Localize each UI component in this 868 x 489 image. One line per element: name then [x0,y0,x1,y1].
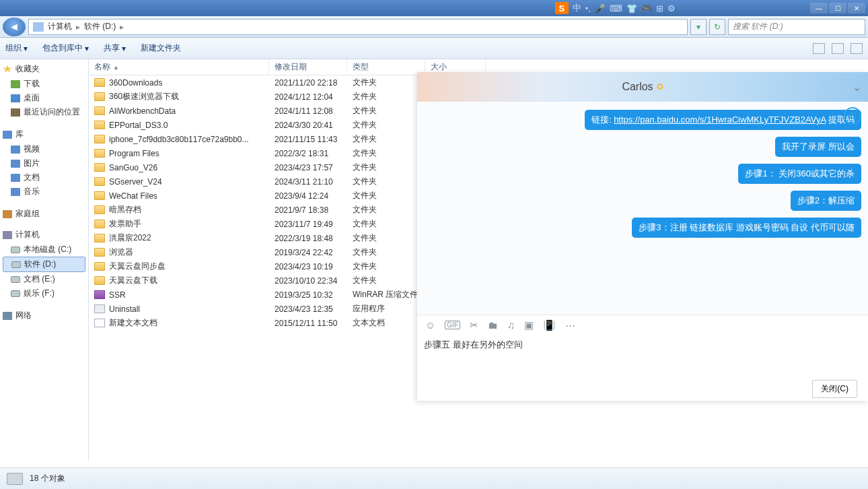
file-type: 应用程序 [347,303,425,315]
file-type: 文件夹 [347,247,425,258]
file-type: 文件夹 [347,218,425,230]
history-dropdown-button[interactable]: ▾ [690,19,707,35]
sidebar-libraries[interactable]: 库 [3,129,85,140]
more-icon[interactable]: ⋯ [565,319,575,331]
file-name: WeChat Files [109,191,157,201]
file-date: 2024/1/12 12:04 [269,92,347,102]
shake-icon[interactable]: 📳 [543,319,556,331]
file-name: iphone_7cf9ddb3c80b117ce72a9bb0... [109,135,249,144]
sidebar-music[interactable]: 音乐 [3,185,85,199]
sidebar-downloads[interactable]: 下载 [3,77,85,91]
breadcrumb[interactable]: 计算机 ▸ 软件 (D:) ▸ [28,19,688,35]
share-button[interactable]: 共享 ▾ [104,42,126,54]
chat-header[interactable]: Carlos ✪ ⌄ [417,72,868,102]
view-mode-button[interactable] [813,43,825,54]
sidebar-drive-d[interactable]: 软件 (D:) [3,257,85,272]
ime-lang[interactable]: 中 [573,2,581,14]
maximize-button[interactable]: ☐ [829,3,846,13]
ime-game-icon[interactable]: 🎮 [641,3,652,13]
new-folder-button[interactable]: 新建文件夹 [141,42,181,54]
scissors-icon[interactable]: ✂ [470,319,478,331]
sidebar-recent[interactable]: 最近访问的位置 [3,105,85,119]
rar-icon [94,290,105,299]
file-type: 文件夹 [347,162,425,173]
music-icon[interactable]: ♫ [507,319,515,331]
sidebar-desktop[interactable]: 桌面 [3,91,85,105]
chat-bubble: 步骤1： 关闭360或其它的杀 [738,164,861,184]
folder-icon [94,149,105,158]
nav-back-button[interactable]: ◄ [3,18,26,36]
emoji-icon[interactable]: ☺ [425,319,435,331]
refresh-button[interactable]: ↻ [709,19,725,35]
file-type: 文件夹 [347,77,425,88]
folder-icon [94,234,105,242]
folder-icon [94,163,105,172]
status-bar: 18 个对象 [0,467,868,489]
image-icon[interactable]: ▣ [524,319,534,331]
sidebar-homegroup[interactable]: 家庭组 [3,208,85,220]
close-button[interactable]: 关闭(C) [812,380,857,398]
folder-icon [94,248,105,257]
close-window-button[interactable]: ✕ [848,3,865,13]
chat-dropdown-icon[interactable]: ⌄ [853,81,861,94]
sidebar-drive-f[interactable]: 娱乐 (F:) [3,286,85,300]
drive-icon [33,22,44,32]
file-type: 文件夹 [347,204,425,216]
file-type: 文件夹 [347,148,425,159]
folder-icon [94,121,105,129]
sogou-ime-icon[interactable]: S [555,2,569,14]
ime-strip: S 中 •, 🎤 ⌨ 👕 🎮 ⊞ ⚙ [555,2,676,14]
sidebar-video[interactable]: 视频 [3,142,85,156]
drive-icon [11,247,20,253]
gif-icon[interactable]: GIF [445,321,460,329]
file-type: 文件夹 [347,275,425,286]
download-icon [11,80,20,88]
minimize-button[interactable]: — [810,3,828,13]
ime-punct-icon[interactable]: •, [585,3,591,13]
file-name: 天翼云盘同步盘 [109,261,166,272]
document-icon [11,174,20,182]
file-name: 浏览器 [109,247,133,258]
ime-grid-icon[interactable]: ⊞ [656,3,663,13]
sidebar-favorites[interactable]: 收藏夹 [3,63,85,75]
crumb-root[interactable]: 计算机 [48,21,72,32]
ime-gear-icon[interactable]: ⚙ [667,3,676,13]
ime-shirt-icon[interactable]: 👕 [626,3,637,13]
crumb-drive[interactable]: 软件 (D:) [84,21,116,32]
search-input[interactable]: 搜索 软件 (D:) [728,19,865,35]
column-date[interactable]: 修改日期 [269,59,347,75]
status-text: 18 个对象 [30,473,65,484]
file-date: 2024/3/11 21:10 [269,177,347,187]
file-name: 新建文本文档 [109,317,157,329]
call-icon[interactable]: ✆ [844,107,861,125]
chat-link[interactable]: https://pan.baidu.com/s/1HwraCiwMKLyTFJV… [614,115,826,125]
file-name: SanGuo_V26 [109,163,157,172]
explorer-toolbar: 组织 ▾ 包含到库中 ▾ 共享 ▾ 新建文件夹 [0,38,868,59]
library-icon [3,131,12,139]
video-icon [11,145,20,154]
sidebar-drive-e[interactable]: 文档 (E:) [3,272,85,286]
music-icon [11,188,20,196]
crumb-sep-icon: ▸ [120,22,124,32]
file-date: 2021/9/7 18:38 [269,205,347,215]
help-button[interactable] [851,43,863,54]
folder-icon[interactable]: 🖿 [488,319,498,331]
sidebar-network[interactable]: 网络 [3,310,85,321]
include-in-library-button[interactable]: 包含到库中 ▾ [42,42,89,54]
organize-button[interactable]: 组织 ▾ [5,42,28,54]
drive-icon [11,290,20,297]
file-date: 2022/3/2 18:31 [269,149,347,158]
ime-keyboard-icon[interactable]: ⌨ [610,3,622,13]
folder-icon [94,177,105,186]
column-type[interactable]: 类型 [347,59,425,75]
sidebar-documents[interactable]: 文档 [3,170,85,185]
network-icon [3,312,12,320]
sidebar-drive-c[interactable]: 本地磁盘 (C:) [3,242,85,257]
ime-mic-icon[interactable]: 🎤 [595,3,606,13]
column-name[interactable]: 名称▲ [89,59,269,75]
folder-icon [94,191,105,200]
sidebar-computer[interactable]: 计算机 [3,229,85,240]
chat-input[interactable]: 步骤五 最好在另外的空间 [417,335,868,377]
sidebar-pictures[interactable]: 图片 [3,156,85,170]
preview-pane-button[interactable] [832,43,844,54]
